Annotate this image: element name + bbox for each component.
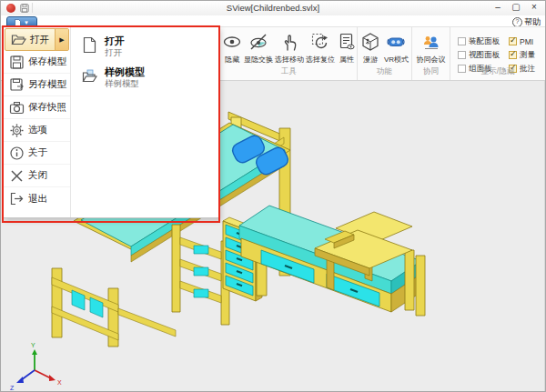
vr-headset-icon [386,32,406,52]
hand-move-icon [279,32,299,52]
collab-meeting-button[interactable]: 协同会议 [416,32,447,65]
sview-window: SView[Childrenbed.svlx] – ▢ × ? 帮助 ▼ 隐 [0,0,546,392]
submenu-item-sample-model[interactable]: 样例模型 样例模型 [71,63,218,94]
open-folder-icon [11,32,26,47]
ladder [172,225,229,325]
quick-save-icon[interactable] [20,4,29,13]
group-label-display: 显示/隐藏 [450,66,545,77]
maximize-button[interactable]: ▢ [507,1,525,15]
ribbon-group-display: 装配面板 视图面板 组面板 PMI [450,27,545,80]
submenu-arrow-icon: ▶ [55,29,68,50]
menu-item-save-snapshot[interactable]: 保存快照 [4,96,70,119]
vr-mode-button[interactable]: VR模式 [383,32,410,65]
checkbox-box [509,37,517,45]
menu-item-about[interactable]: 关于 [4,142,70,165]
ribbon-group-tools: 隐藏 显隐交换 选择移动 [221,27,358,80]
select-reset-button[interactable]: 选择复位 [305,32,336,65]
file-dropdown-menu: 打开 ▶ 保存模型 另存模型 [3,26,219,218]
axis-z-label: Z [10,385,15,391]
menu-item-save-model[interactable]: 保存模型 [4,51,70,74]
title-bar: SView[Childrenbed.svlx] – ▢ × [1,1,545,15]
close-x-icon [9,168,25,184]
toggle-visibility-button[interactable]: 显隐交换 [243,32,274,65]
axis-x-label: X [57,379,62,386]
info-icon [9,146,25,161]
ribbon-group-collab: 协同会议 协同 [412,27,450,80]
bed-foot-frame [52,268,176,347]
checkbox-box [458,37,466,45]
properties-icon [337,32,357,52]
hide-button[interactable]: 隐藏 [221,32,243,65]
sample-model-icon [82,67,97,85]
checkbox-box [458,51,466,59]
save-icon [9,55,25,70]
group-label-collab: 协同 [412,66,450,77]
checkbox-measure[interactable]: 测量 [509,49,535,61]
close-button[interactable]: × [525,1,543,15]
checkbox-view-panel[interactable]: 视图面板 [458,49,500,61]
camera-icon [9,100,25,116]
chevron-down-icon: ▼ [24,20,29,25]
group-label-function: 功能 [358,66,411,77]
minimize-button[interactable]: – [489,1,507,15]
eye-icon [222,32,242,52]
axis-triad: X Y Z [10,342,62,391]
menu-item-exit[interactable]: 退出 [4,187,70,210]
checkbox-box [509,51,517,59]
menu-item-close[interactable]: 关闭 [4,165,70,187]
file-submenu: 打开 打开 样例模型 样例模型 [71,27,218,217]
checkbox-assembly-panel[interactable]: 装配面板 [458,35,500,47]
walkthrough-button[interactable]: 漫游 [359,32,381,65]
save-as-icon [9,77,25,93]
menu-item-save-as-model[interactable]: 另存模型 [4,74,70,96]
checkbox-pmi[interactable]: PMI [509,35,535,47]
ribbon-group-function: 漫游 VR模式 功能 [358,27,412,80]
properties-button[interactable]: 属性 [336,32,358,65]
meeting-people-icon [421,32,441,52]
exit-icon [9,191,25,206]
axis-y-label: Y [31,342,35,348]
select-move-button[interactable]: 选择移动 [274,32,305,65]
file-menu-list: 打开 ▶ 保存模型 另存模型 [4,27,71,217]
submenu-item-open[interactable]: 打开 打开 [71,32,218,63]
menu-item-open[interactable]: 打开 ▶ [5,28,69,51]
reset-rotate-icon [310,32,330,52]
window-controls: – ▢ × [489,1,543,15]
qat-separator [32,3,33,13]
window-title: SView[Childrenbed.svlx] [1,1,545,15]
gear-icon [9,123,25,138]
group-label-tools: 工具 [221,66,357,77]
menu-item-options[interactable]: 选项 [4,119,70,142]
walkthrough-cube-icon [360,32,380,52]
eye-swap-icon [248,32,268,52]
document-icon [82,36,97,54]
sview-logo-icon [6,4,15,13]
